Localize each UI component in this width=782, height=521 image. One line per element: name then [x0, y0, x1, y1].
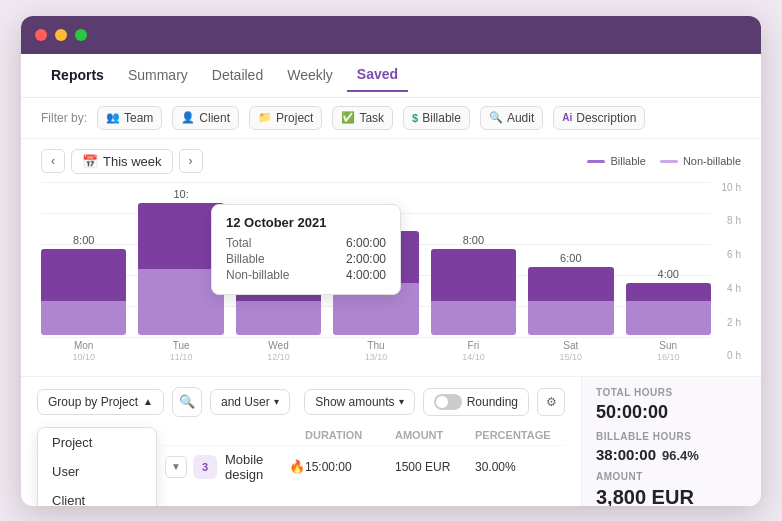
tab-weekly[interactable]: Weekly [277, 59, 343, 91]
and-user-button[interactable]: and User ▾ [210, 389, 290, 415]
day-sub: 12/10 [267, 352, 290, 362]
billable-dot [587, 160, 605, 163]
chart-header: ‹ 📅 This week › Billable Non-billable [41, 149, 741, 174]
non-billable-dot [660, 160, 678, 163]
filter-bar: Filter by: 👥 Team 👤 Client 📁 Project ✅ T… [21, 98, 761, 139]
chart-bars: 8:00 Mon10/10 10: Tue11/10 [41, 182, 741, 362]
filter-description[interactable]: Ai Description [553, 106, 645, 130]
bar-stack[interactable] [41, 249, 126, 335]
bar-label-top: 4:00 [658, 268, 679, 280]
search-icon: 🔍 [179, 394, 195, 409]
group-by-dropdown: Project User Client [37, 427, 157, 506]
filter-billable[interactable]: $ Billable [403, 106, 470, 130]
close-dot[interactable] [35, 29, 47, 41]
bar-nonbillable [626, 301, 711, 335]
filter-team-label: Team [124, 111, 153, 125]
tab-detailed[interactable]: Detailed [202, 59, 273, 91]
filter-task[interactable]: ✅ Task [332, 106, 393, 130]
calendar-icon: 📅 [82, 154, 98, 169]
rounding-label: Rounding [467, 395, 518, 409]
settings-button[interactable]: ⚙ [537, 388, 565, 416]
filter-project-label: Project [276, 111, 313, 125]
bar-label-top: 8:00 [73, 234, 94, 246]
task-icon: ✅ [341, 111, 355, 124]
group-by-button[interactable]: Group by Project ▲ [37, 389, 164, 415]
bar-stack[interactable] [528, 267, 613, 335]
row-number: 3 [193, 455, 217, 479]
tooltip-total-value: 6:00:00 [346, 236, 386, 250]
show-amounts-button[interactable]: Show amounts ▾ [304, 389, 414, 415]
y-label: 2 h [713, 317, 741, 328]
search-button[interactable]: 🔍 [172, 387, 202, 417]
bar-nonbillable [41, 301, 126, 335]
non-billable-label: Non-billable [683, 155, 741, 167]
rounding-button[interactable]: Rounding [423, 388, 529, 416]
bar-nonbillable [236, 301, 321, 335]
bar-fri: 8:00 Fri14/10 [431, 234, 516, 362]
tooltip-billable: Billable 2:00:00 [226, 252, 386, 266]
bar-stack[interactable] [431, 249, 516, 335]
day-label: Fri14/10 [462, 340, 485, 362]
dropdown-item-client[interactable]: Client [38, 486, 156, 506]
row-expand-button[interactable]: ▼ [165, 456, 187, 478]
billable-icon: $ [412, 112, 418, 124]
filter-description-label: Description [576, 111, 636, 125]
day-sub: 11/10 [170, 352, 193, 362]
minimize-dot[interactable] [55, 29, 67, 41]
billable-hours-value: 38:00:00 [596, 446, 656, 463]
day-sub: 16/10 [657, 352, 680, 362]
filter-project[interactable]: 📁 Project [249, 106, 322, 130]
filter-audit-label: Audit [507, 111, 534, 125]
bottom-left: Group by Project ▲ 🔍 and User ▾ Show amo… [21, 377, 581, 506]
team-icon: 👥 [106, 111, 120, 124]
description-icon: Ai [562, 112, 572, 123]
chart-legend: Billable Non-billable [587, 155, 741, 167]
rounding-toggle[interactable] [434, 394, 462, 410]
chevron-down-icon: ▾ [399, 396, 404, 407]
filter-client-label: Client [199, 111, 230, 125]
bar-label-top: 6:00 [560, 252, 581, 264]
filter-team[interactable]: 👥 Team [97, 106, 162, 130]
prev-week-button[interactable]: ‹ [41, 149, 65, 173]
tooltip-nonbillable-value: 4:00:00 [346, 268, 386, 282]
bar-nonbillable [431, 301, 516, 335]
col-header-percentage: PERCENTAGE [475, 429, 555, 441]
main-window: Reports Summary Detailed Weekly Saved Fi… [21, 16, 761, 506]
day-label: Thu13/10 [365, 340, 388, 362]
tab-saved[interactable]: Saved [347, 58, 408, 92]
row-amount: 1500 EUR [395, 460, 475, 474]
day-label: Tue11/10 [170, 340, 193, 362]
filter-task-label: Task [359, 111, 384, 125]
tab-reports[interactable]: Reports [41, 59, 114, 91]
toolbar-row: Group by Project ▲ 🔍 and User ▾ Show amo… [37, 387, 565, 417]
tooltip-billable-value: 2:00:00 [346, 252, 386, 266]
bar-stack[interactable] [626, 283, 711, 335]
tab-summary[interactable]: Summary [118, 59, 198, 91]
bar-billable [528, 267, 613, 301]
tooltip-nonbillable: Non-billable 4:00:00 [226, 268, 386, 282]
table-area: DURATION AMOUNT PERCENTAGE ▼ 3 Mobile de… [155, 425, 565, 488]
day-label: Sat15/10 [560, 340, 583, 362]
dropdown-item-project[interactable]: Project [38, 428, 156, 457]
day-label: Mon10/10 [72, 340, 95, 362]
day-sub: 15/10 [560, 352, 583, 362]
day-label: Sun16/10 [657, 340, 680, 362]
y-axis: 10 h 8 h 6 h 4 h 2 h 0 h [713, 182, 741, 362]
next-week-button[interactable]: › [179, 149, 203, 173]
y-label: 4 h [713, 283, 741, 294]
bar-billable [626, 283, 711, 301]
col-header-amount: AMOUNT [395, 429, 475, 441]
maximize-dot[interactable] [75, 29, 87, 41]
filter-audit[interactable]: 🔍 Audit [480, 106, 543, 130]
show-amounts-label: Show amounts [315, 395, 394, 409]
dropdown-item-user[interactable]: User [38, 457, 156, 486]
bar-label-top: 8:00 [463, 234, 484, 246]
gear-icon: ⚙ [546, 395, 557, 409]
amount-value: 3,800 EUR [596, 486, 747, 506]
titlebar [21, 16, 761, 54]
bar-billable [431, 249, 516, 301]
filter-client[interactable]: 👤 Client [172, 106, 239, 130]
chevron-down-icon: ▲ [143, 396, 153, 407]
row-name-text: Mobile design [225, 452, 285, 482]
row-duration: 15:00:00 [305, 460, 395, 474]
